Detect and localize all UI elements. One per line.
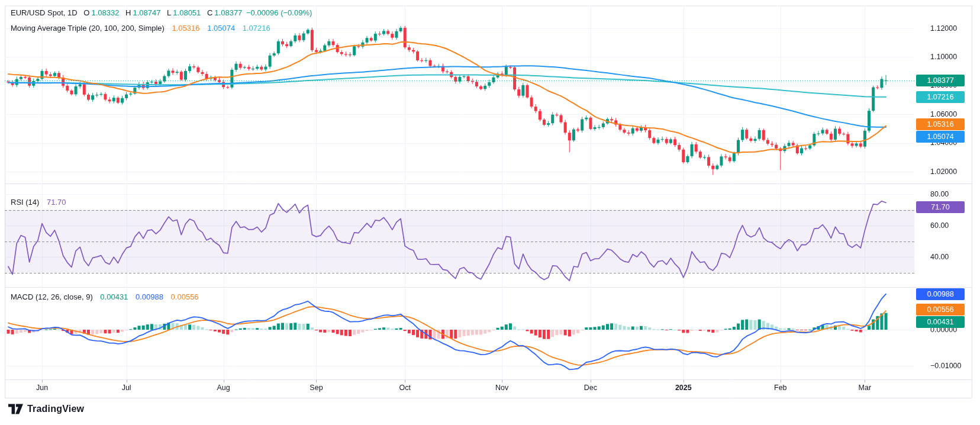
rsi-legend-title: RSI (14) (11, 198, 39, 207)
tradingview-logo-text: TradingView (27, 404, 84, 414)
rsi-axis-label: 60.00 (930, 221, 949, 230)
macd-hist-value: 0.00431 (100, 292, 128, 301)
change-value: −0.00096 (−0.09%) (246, 8, 312, 17)
macd-line-value: 0.00988 (136, 292, 163, 301)
ma-triple-legend[interactable]: Moving Average Triple (20, 100, 200, Sim… (11, 24, 270, 33)
macd-legend-title: MACD (12, 26, close, 9) (11, 292, 93, 301)
rsi-axis-label: 40.00 (930, 253, 949, 262)
tradingview-logo-icon (8, 404, 23, 414)
month-label: Feb (774, 384, 787, 392)
macd-badge: 0.00431 (916, 316, 965, 328)
high-label: H (125, 8, 131, 17)
ma20-value: 1.05316 (172, 24, 200, 33)
price-badge: 1.07216 (916, 91, 965, 103)
low-label: L (167, 8, 171, 17)
macd-signal-value: 0.00556 (171, 292, 199, 301)
macd-axis-label: −0.01000 (930, 362, 961, 371)
close-value: 1.08377 (214, 8, 242, 17)
rsi-legend[interactable]: RSI (14) 71.70 (11, 198, 66, 207)
price-chart-canvas[interactable] (0, 0, 980, 425)
high-value: 1.08747 (133, 8, 160, 17)
macd-legend[interactable]: MACD (12, 26, close, 9) 0.00431 0.00988 … (11, 292, 199, 301)
chart-root: EUR/USD Spot, 1D O1.08332 H1.08747 L1.08… (0, 0, 980, 425)
price-axis-label: 1.10000 (930, 53, 957, 62)
month-label: Jul (122, 384, 131, 392)
rsi-badge: 71.70 (916, 201, 965, 213)
month-label: 2025 (675, 384, 692, 392)
ma-legend-title: Moving Average Triple (20, 100, 200, Sim… (11, 24, 165, 33)
month-label: Dec (584, 384, 597, 392)
month-label: Aug (217, 384, 230, 392)
macd-badge: 0.00556 (916, 304, 965, 315)
ma200-value: 1.07216 (243, 24, 270, 33)
open-label: O (83, 8, 89, 17)
month-label: Oct (399, 384, 410, 392)
rsi-axis-label: 80.00 (930, 190, 949, 199)
price-badge: 1.05316 (916, 118, 965, 130)
price-badge: 1.08377 (916, 75, 965, 86)
price-axis-label: 1.02000 (930, 168, 957, 176)
price-axis-label: 1.06000 (930, 110, 957, 119)
month-label: Mar (859, 384, 872, 392)
low-value: 1.08051 (173, 8, 201, 17)
month-label: Nov (495, 384, 508, 392)
ma100-value: 1.05074 (207, 24, 235, 33)
symbol-title: EUR/USD Spot, 1D (11, 8, 78, 17)
price-axis-label: 1.12000 (930, 24, 957, 33)
month-label: Jun (36, 384, 48, 392)
price-badge: 1.05074 (916, 131, 965, 143)
open-value: 1.08332 (91, 8, 119, 17)
symbol-legend[interactable]: EUR/USD Spot, 1D O1.08332 H1.08747 L1.08… (11, 8, 312, 17)
macd-badge: 0.00988 (916, 288, 965, 300)
month-label: Sep (310, 384, 323, 392)
rsi-value: 71.70 (47, 198, 66, 207)
tradingview-logo[interactable]: TradingView (8, 404, 84, 414)
close-label: C (207, 8, 212, 17)
